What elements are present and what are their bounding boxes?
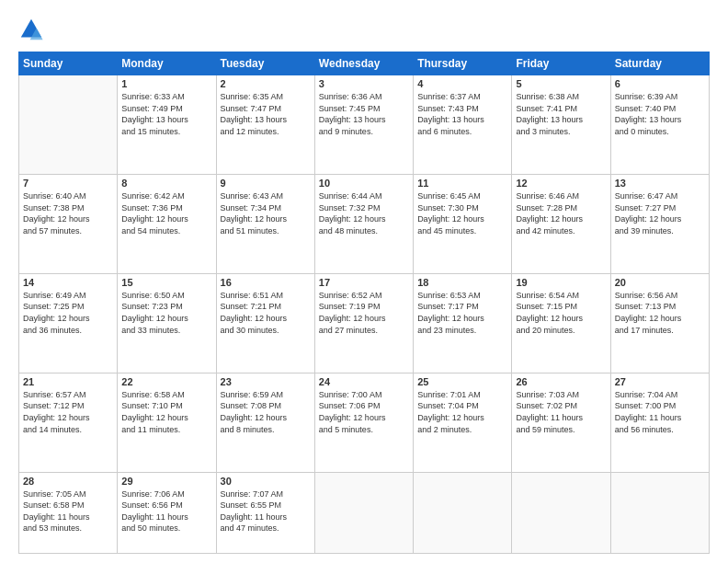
weekday-header-monday: Monday (118, 52, 216, 75)
header (18, 17, 710, 42)
day-number: 24 (319, 376, 409, 387)
cell-info: Sunrise: 6:37 AM Sunset: 7:43 PM Dayligh… (417, 91, 507, 137)
cell-info: Sunrise: 6:43 AM Sunset: 7:34 PM Dayligh… (221, 190, 311, 236)
day-number: 5 (516, 78, 606, 89)
cell-info: Sunrise: 6:45 AM Sunset: 7:30 PM Dayligh… (417, 190, 507, 236)
calendar-cell: 13Sunrise: 6:47 AM Sunset: 7:27 PM Dayli… (610, 174, 709, 273)
calendar-cell: 2Sunrise: 6:35 AM Sunset: 7:47 PM Daylig… (216, 75, 314, 175)
weekday-header-saturday: Saturday (610, 52, 709, 75)
cell-info: Sunrise: 6:53 AM Sunset: 7:17 PM Dayligh… (417, 290, 507, 336)
cell-info: Sunrise: 6:44 AM Sunset: 7:32 PM Dayligh… (319, 190, 409, 236)
cell-info: Sunrise: 7:01 AM Sunset: 7:04 PM Dayligh… (417, 389, 507, 435)
calendar-cell: 21Sunrise: 6:57 AM Sunset: 7:12 PM Dayli… (19, 373, 118, 472)
calendar-cell: 14Sunrise: 6:49 AM Sunset: 7:25 PM Dayli… (19, 273, 118, 373)
cell-info: Sunrise: 7:06 AM Sunset: 6:56 PM Dayligh… (121, 488, 211, 534)
cell-info: Sunrise: 6:33 AM Sunset: 7:49 PM Dayligh… (121, 91, 211, 137)
day-number: 4 (417, 78, 507, 89)
day-number: 23 (221, 376, 311, 387)
calendar-cell: 7Sunrise: 6:40 AM Sunset: 7:38 PM Daylig… (19, 174, 118, 273)
day-number: 20 (615, 277, 705, 288)
day-number: 28 (23, 476, 113, 487)
calendar-cell: 20Sunrise: 6:56 AM Sunset: 7:13 PM Dayli… (610, 273, 709, 373)
weekday-header-tuesday: Tuesday (216, 52, 314, 75)
calendar-cell: 17Sunrise: 6:52 AM Sunset: 7:19 PM Dayli… (314, 273, 413, 373)
cell-info: Sunrise: 7:07 AM Sunset: 6:55 PM Dayligh… (221, 488, 311, 534)
day-number: 19 (516, 277, 606, 288)
calendar-cell: 22Sunrise: 6:58 AM Sunset: 7:10 PM Dayli… (118, 373, 216, 472)
day-number: 25 (417, 376, 507, 387)
day-number: 29 (121, 476, 211, 487)
calendar-cell: 12Sunrise: 6:46 AM Sunset: 7:28 PM Dayli… (512, 174, 610, 273)
day-number: 10 (319, 178, 409, 189)
day-number: 26 (516, 376, 606, 387)
weekday-header-thursday: Thursday (414, 52, 512, 75)
cell-info: Sunrise: 7:03 AM Sunset: 7:02 PM Dayligh… (516, 389, 606, 435)
cell-info: Sunrise: 6:50 AM Sunset: 7:23 PM Dayligh… (121, 290, 211, 336)
day-number: 30 (221, 476, 311, 487)
cell-info: Sunrise: 6:36 AM Sunset: 7:45 PM Dayligh… (319, 91, 409, 137)
calendar-cell: 29Sunrise: 7:06 AM Sunset: 6:56 PM Dayli… (118, 472, 216, 553)
cell-info: Sunrise: 7:04 AM Sunset: 7:00 PM Dayligh… (615, 389, 705, 435)
day-number: 14 (23, 277, 113, 288)
day-number: 2 (221, 78, 311, 89)
calendar-cell (19, 75, 118, 175)
cell-info: Sunrise: 6:56 AM Sunset: 7:13 PM Dayligh… (615, 290, 705, 336)
calendar-cell: 9Sunrise: 6:43 AM Sunset: 7:34 PM Daylig… (216, 174, 314, 273)
calendar-cell: 19Sunrise: 6:54 AM Sunset: 7:15 PM Dayli… (512, 273, 610, 373)
calendar-cell: 1Sunrise: 6:33 AM Sunset: 7:49 PM Daylig… (118, 75, 216, 175)
calendar-cell (314, 472, 413, 553)
day-number: 16 (221, 277, 311, 288)
day-number: 9 (221, 178, 311, 189)
weekday-header-row: SundayMondayTuesdayWednesdayThursdayFrid… (19, 52, 710, 75)
calendar-cell: 18Sunrise: 6:53 AM Sunset: 7:17 PM Dayli… (414, 273, 512, 373)
cell-info: Sunrise: 6:38 AM Sunset: 7:41 PM Dayligh… (516, 91, 606, 137)
calendar-week-2: 7Sunrise: 6:40 AM Sunset: 7:38 PM Daylig… (19, 174, 710, 273)
day-number: 17 (319, 277, 409, 288)
calendar-cell: 10Sunrise: 6:44 AM Sunset: 7:32 PM Dayli… (314, 174, 413, 273)
calendar-week-1: 1Sunrise: 6:33 AM Sunset: 7:49 PM Daylig… (19, 75, 710, 175)
cell-info: Sunrise: 6:35 AM Sunset: 7:47 PM Dayligh… (221, 91, 311, 137)
calendar-cell: 27Sunrise: 7:04 AM Sunset: 7:00 PM Dayli… (610, 373, 709, 472)
day-number: 21 (23, 376, 113, 387)
calendar-cell: 23Sunrise: 6:59 AM Sunset: 7:08 PM Dayli… (216, 373, 314, 472)
weekday-header-friday: Friday (512, 52, 610, 75)
day-number: 27 (615, 376, 705, 387)
cell-info: Sunrise: 6:59 AM Sunset: 7:08 PM Dayligh… (221, 389, 311, 435)
day-number: 15 (121, 277, 211, 288)
weekday-header-wednesday: Wednesday (314, 52, 413, 75)
calendar-cell: 26Sunrise: 7:03 AM Sunset: 7:02 PM Dayli… (512, 373, 610, 472)
calendar-week-3: 14Sunrise: 6:49 AM Sunset: 7:25 PM Dayli… (19, 273, 710, 373)
weekday-header-sunday: Sunday (19, 52, 118, 75)
calendar-cell: 6Sunrise: 6:39 AM Sunset: 7:40 PM Daylig… (610, 75, 709, 175)
cell-info: Sunrise: 6:57 AM Sunset: 7:12 PM Dayligh… (23, 389, 113, 435)
cell-info: Sunrise: 7:05 AM Sunset: 6:58 PM Dayligh… (23, 488, 113, 534)
calendar-cell: 30Sunrise: 7:07 AM Sunset: 6:55 PM Dayli… (216, 472, 314, 553)
day-number: 8 (121, 178, 211, 189)
cell-info: Sunrise: 6:58 AM Sunset: 7:10 PM Dayligh… (121, 389, 211, 435)
day-number: 18 (417, 277, 507, 288)
cell-info: Sunrise: 6:51 AM Sunset: 7:21 PM Dayligh… (221, 290, 311, 336)
cell-info: Sunrise: 6:42 AM Sunset: 7:36 PM Dayligh… (121, 190, 211, 236)
calendar-cell: 11Sunrise: 6:45 AM Sunset: 7:30 PM Dayli… (414, 174, 512, 273)
calendar-cell: 24Sunrise: 7:00 AM Sunset: 7:06 PM Dayli… (314, 373, 413, 472)
calendar-table: SundayMondayTuesdayWednesdayThursdayFrid… (18, 52, 710, 554)
cell-info: Sunrise: 6:49 AM Sunset: 7:25 PM Dayligh… (23, 290, 113, 336)
logo-icon (18, 17, 44, 42)
cell-info: Sunrise: 6:47 AM Sunset: 7:27 PM Dayligh… (615, 190, 705, 236)
calendar-cell: 28Sunrise: 7:05 AM Sunset: 6:58 PM Dayli… (19, 472, 118, 553)
day-number: 1 (121, 78, 211, 89)
calendar-cell (512, 472, 610, 553)
calendar-cell: 3Sunrise: 6:36 AM Sunset: 7:45 PM Daylig… (314, 75, 413, 175)
calendar-week-5: 28Sunrise: 7:05 AM Sunset: 6:58 PM Dayli… (19, 472, 710, 553)
calendar-cell: 5Sunrise: 6:38 AM Sunset: 7:41 PM Daylig… (512, 75, 610, 175)
calendar-cell: 4Sunrise: 6:37 AM Sunset: 7:43 PM Daylig… (414, 75, 512, 175)
calendar-cell (414, 472, 512, 553)
day-number: 7 (23, 178, 113, 189)
calendar-cell: 25Sunrise: 7:01 AM Sunset: 7:04 PM Dayli… (414, 373, 512, 472)
day-number: 12 (516, 178, 606, 189)
day-number: 13 (615, 178, 705, 189)
day-number: 3 (319, 78, 409, 89)
calendar-cell (610, 472, 709, 553)
cell-info: Sunrise: 7:00 AM Sunset: 7:06 PM Dayligh… (319, 389, 409, 435)
page: SundayMondayTuesdayWednesdayThursdayFrid… (0, 0, 728, 563)
